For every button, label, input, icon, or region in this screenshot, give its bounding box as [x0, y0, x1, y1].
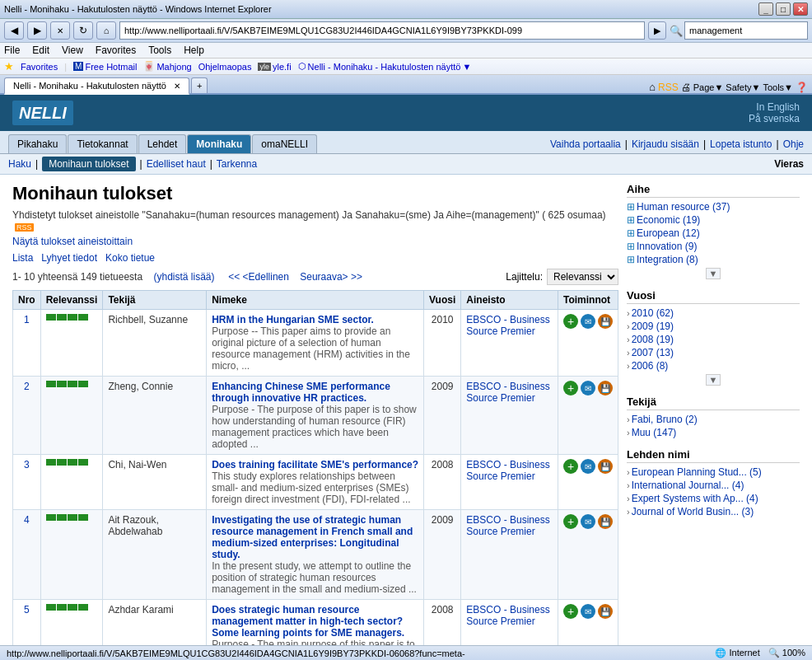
help-icon[interactable]: ❓	[796, 82, 808, 93]
vuosi-2010-link[interactable]: 2010 (62)	[632, 307, 674, 319]
page-menu[interactable]: Page▼	[693, 82, 724, 92]
minimize-button[interactable]: _	[758, 2, 773, 16]
action-save-button[interactable]: 💾	[598, 604, 613, 619]
maximize-button[interactable]: □	[776, 2, 791, 16]
aineisto-link[interactable]: EBSCO - Business Source Premier	[466, 459, 549, 482]
action-email-button[interactable]: ✉	[581, 604, 595, 619]
fav-webslice[interactable]: ⬡ Nelli - Monihaku - Hakutulosten näyttö…	[298, 61, 472, 72]
vuosi-2009-link[interactable]: 2009 (19)	[632, 321, 674, 332]
search-input[interactable]	[684, 21, 808, 40]
fav-ohjelmaopas[interactable]: Ohjelmaopas	[198, 62, 252, 72]
aihe-more-button[interactable]: ▼	[706, 268, 721, 279]
nav-link-ohje[interactable]: Ohje	[783, 138, 804, 150]
action-add-button[interactable]: +	[563, 314, 578, 329]
menu-file[interactable]: File	[4, 44, 20, 56]
aineisto-link[interactable]: EBSCO - Business Source Premier	[466, 314, 549, 337]
address-bar[interactable]	[119, 21, 645, 40]
vuosi-2008-link[interactable]: 2008 (19)	[632, 334, 674, 345]
view-tab-lyhyet[interactable]: Lyhyet tiedot	[41, 252, 97, 264]
aihe-innovation-link[interactable]: Innovation (9)	[637, 241, 697, 252]
row-nro-link[interactable]: 2	[24, 381, 30, 392]
subnav-tarkenna[interactable]: Tarkenna	[217, 158, 257, 170]
tekija-fabi-link[interactable]: Fabi, Bruno (2)	[632, 414, 698, 425]
action-email-button[interactable]: ✉	[581, 314, 595, 329]
stop-button[interactable]: ✕	[50, 21, 70, 40]
aineisto-link[interactable]: EBSCO - Business Source Premier	[466, 381, 549, 404]
nav-link-vaihda[interactable]: Vaihda portaalia	[550, 138, 621, 150]
subnav-haku[interactable]: Haku	[8, 158, 31, 170]
nimeke-title-link[interactable]: HRM in the Hungarian SME sector.	[212, 314, 374, 325]
action-email-button[interactable]: ✉	[581, 381, 595, 396]
action-email-button[interactable]: ✉	[581, 459, 595, 474]
vuosi-more-button[interactable]: ▼	[706, 374, 721, 386]
forward-button[interactable]: ▶	[27, 21, 47, 40]
menu-view[interactable]: View	[62, 44, 83, 56]
tekija-muu-link[interactable]: Muu (147)	[632, 427, 677, 438]
browser-tab-nelli[interactable]: Nelli - Monihaku - Hakutulosten näyttö ✕	[4, 77, 189, 95]
aihe-economic-link[interactable]: Economic (19)	[637, 214, 700, 226]
home-button[interactable]: ⌂	[96, 21, 116, 40]
back-button[interactable]: ◀	[4, 21, 24, 40]
lehden-expert-link[interactable]: Expert Systems with Ap... (4)	[632, 493, 758, 504]
action-email-button[interactable]: ✉	[581, 514, 595, 529]
new-tab-button[interactable]: +	[191, 77, 208, 93]
lang-swedish-link[interactable]: På svenska	[749, 113, 800, 124]
action-save-button[interactable]: 💾	[598, 459, 613, 474]
lehden-journal-link[interactable]: Journal of World Busin... (3)	[632, 506, 754, 517]
aihe-human-link[interactable]: Human resource (37)	[637, 201, 730, 213]
go-button[interactable]: ▶	[648, 21, 666, 40]
subnav-edelliset[interactable]: Edelliset haut	[147, 158, 206, 170]
nimeke-title-link[interactable]: Investigating the use of strategic human…	[212, 514, 413, 560]
vuosi-2007-link[interactable]: 2007 (13)	[632, 347, 674, 358]
nav-link-lopeta[interactable]: Lopeta istunto	[710, 138, 772, 150]
aineisto-link[interactable]: EBSCO - Business Source Premier	[466, 604, 549, 627]
action-save-button[interactable]: 💾	[598, 314, 613, 329]
aihe-innovation-expand[interactable]: ⊞	[627, 241, 635, 252]
action-add-button[interactable]: +	[563, 604, 578, 619]
action-save-button[interactable]: 💾	[598, 514, 613, 529]
nav-link-kirjaudu[interactable]: Kirjaudu sisään	[632, 138, 699, 150]
nimeke-title-link[interactable]: Does strategic human resource management…	[212, 604, 404, 639]
aihe-economic-expand[interactable]: ⊞	[627, 214, 635, 226]
nav-tab-monihaku[interactable]: Monihaku	[187, 134, 251, 153]
action-save-button[interactable]: 💾	[598, 381, 613, 396]
fav-yle[interactable]: yle yle.fi	[258, 62, 291, 72]
aihe-european-link[interactable]: European (12)	[637, 227, 700, 239]
favorites-button[interactable]: Favorites	[21, 62, 58, 72]
lehden-international-link[interactable]: International Journal... (4)	[632, 480, 744, 491]
subnav-tulokset[interactable]: Monihaun tulokset	[42, 157, 135, 171]
menu-favorites[interactable]: Favorites	[96, 44, 136, 56]
nimeke-title-link[interactable]: Enhancing Chinese SME performance throug…	[212, 381, 390, 404]
aihe-human-expand[interactable]: ⊞	[627, 201, 635, 213]
aineisto-link[interactable]: EBSCO - Business Source Premier	[466, 514, 549, 537]
refresh-button[interactable]: ↻	[73, 21, 93, 40]
vuosi-2006-link[interactable]: 2006 (8)	[632, 360, 669, 372]
row-nro-link[interactable]: 1	[24, 314, 30, 325]
fav-mahjong[interactable]: 🀄 Mahjong	[143, 61, 191, 72]
tab-print-icon[interactable]: 🖨	[681, 82, 691, 93]
aihe-integration-expand[interactable]: ⊞	[627, 254, 635, 265]
tab-rss-icon[interactable]: RSS	[658, 82, 679, 93]
row-nro-link[interactable]: 5	[24, 604, 30, 616]
action-add-button[interactable]: +	[563, 381, 578, 396]
tab-home-icon[interactable]: ⌂	[649, 81, 656, 93]
nav-tab-omanelli[interactable]: omaNELLI	[252, 134, 317, 153]
next-link[interactable]: Seuraava> >>	[300, 271, 362, 283]
nayta-tulokset-link[interactable]: Näytä tulokset aineistoittain	[12, 236, 133, 247]
safety-menu[interactable]: Safety▼	[726, 82, 760, 92]
lehden-european-link[interactable]: European Planning Stud... (5)	[632, 466, 762, 478]
lang-english-link[interactable]: In English	[756, 101, 800, 113]
aihe-integration-link[interactable]: Integration (8)	[637, 254, 698, 265]
sort-select[interactable]: Relevanssi Vuosi Tekijä Nimeke	[547, 269, 618, 285]
menu-edit[interactable]: Edit	[32, 44, 49, 56]
action-add-button[interactable]: +	[563, 459, 578, 474]
close-button[interactable]: ✕	[793, 2, 808, 16]
tab-close-icon[interactable]: ✕	[174, 82, 180, 91]
row-nro-link[interactable]: 3	[24, 459, 30, 470]
aihe-european-expand[interactable]: ⊞	[627, 227, 635, 239]
prev-link[interactable]: << <Edellinen	[228, 271, 289, 283]
view-tab-lista[interactable]: Lista	[12, 252, 33, 264]
view-tab-koko[interactable]: Koko tietue	[105, 252, 155, 264]
row-nro-link[interactable]: 4	[24, 514, 30, 526]
fav-hotmail[interactable]: M Free Hotmail	[73, 62, 137, 72]
